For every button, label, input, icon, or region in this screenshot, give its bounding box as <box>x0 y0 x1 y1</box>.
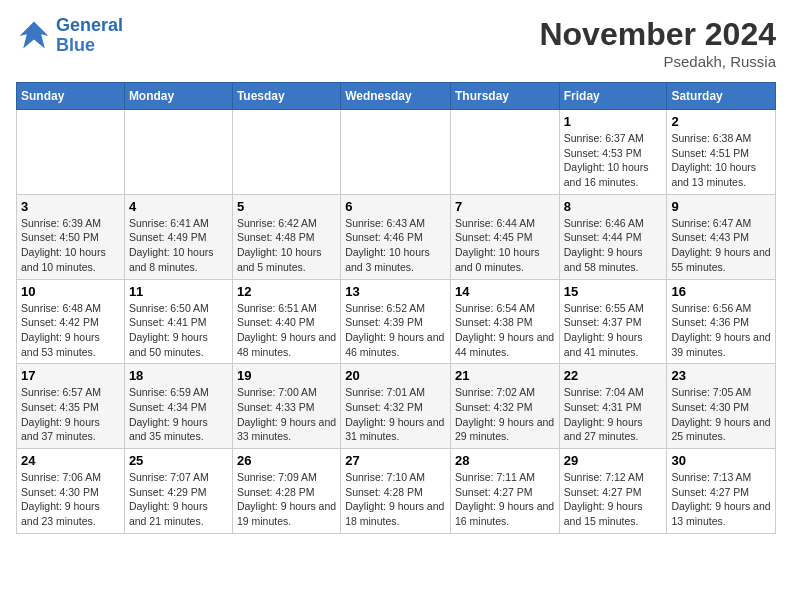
logo-line2: Blue <box>56 35 95 55</box>
day-number: 25 <box>129 453 228 468</box>
day-number: 11 <box>129 284 228 299</box>
day-cell: 20Sunrise: 7:01 AM Sunset: 4:32 PM Dayli… <box>341 364 451 449</box>
weekday-header-row: SundayMondayTuesdayWednesdayThursdayFrid… <box>17 83 776 110</box>
day-number: 5 <box>237 199 336 214</box>
day-info: Sunrise: 6:48 AM Sunset: 4:42 PM Dayligh… <box>21 301 120 360</box>
day-info: Sunrise: 7:10 AM Sunset: 4:28 PM Dayligh… <box>345 470 446 529</box>
day-number: 27 <box>345 453 446 468</box>
day-number: 12 <box>237 284 336 299</box>
day-cell: 3Sunrise: 6:39 AM Sunset: 4:50 PM Daylig… <box>17 194 125 279</box>
day-info: Sunrise: 6:38 AM Sunset: 4:51 PM Dayligh… <box>671 131 771 190</box>
day-info: Sunrise: 6:46 AM Sunset: 4:44 PM Dayligh… <box>564 216 663 275</box>
day-cell: 19Sunrise: 7:00 AM Sunset: 4:33 PM Dayli… <box>232 364 340 449</box>
day-cell: 13Sunrise: 6:52 AM Sunset: 4:39 PM Dayli… <box>341 279 451 364</box>
week-row-1: 1Sunrise: 6:37 AM Sunset: 4:53 PM Daylig… <box>17 110 776 195</box>
day-info: Sunrise: 7:11 AM Sunset: 4:27 PM Dayligh… <box>455 470 555 529</box>
day-info: Sunrise: 6:57 AM Sunset: 4:35 PM Dayligh… <box>21 385 120 444</box>
day-info: Sunrise: 6:51 AM Sunset: 4:40 PM Dayligh… <box>237 301 336 360</box>
day-cell: 29Sunrise: 7:12 AM Sunset: 4:27 PM Dayli… <box>559 449 667 534</box>
calendar-body: 1Sunrise: 6:37 AM Sunset: 4:53 PM Daylig… <box>17 110 776 534</box>
day-cell: 8Sunrise: 6:46 AM Sunset: 4:44 PM Daylig… <box>559 194 667 279</box>
day-cell <box>232 110 340 195</box>
day-cell: 17Sunrise: 6:57 AM Sunset: 4:35 PM Dayli… <box>17 364 125 449</box>
day-info: Sunrise: 7:05 AM Sunset: 4:30 PM Dayligh… <box>671 385 771 444</box>
day-info: Sunrise: 6:50 AM Sunset: 4:41 PM Dayligh… <box>129 301 228 360</box>
day-cell: 1Sunrise: 6:37 AM Sunset: 4:53 PM Daylig… <box>559 110 667 195</box>
page-header: General Blue November 2024 Psedakh, Russ… <box>16 16 776 70</box>
day-cell <box>450 110 559 195</box>
weekday-header-saturday: Saturday <box>667 83 776 110</box>
calendar-header: SundayMondayTuesdayWednesdayThursdayFrid… <box>17 83 776 110</box>
day-cell: 28Sunrise: 7:11 AM Sunset: 4:27 PM Dayli… <box>450 449 559 534</box>
day-cell: 11Sunrise: 6:50 AM Sunset: 4:41 PM Dayli… <box>124 279 232 364</box>
week-row-5: 24Sunrise: 7:06 AM Sunset: 4:30 PM Dayli… <box>17 449 776 534</box>
day-number: 3 <box>21 199 120 214</box>
day-info: Sunrise: 7:13 AM Sunset: 4:27 PM Dayligh… <box>671 470 771 529</box>
day-cell: 5Sunrise: 6:42 AM Sunset: 4:48 PM Daylig… <box>232 194 340 279</box>
day-number: 13 <box>345 284 446 299</box>
day-info: Sunrise: 6:44 AM Sunset: 4:45 PM Dayligh… <box>455 216 555 275</box>
day-cell <box>341 110 451 195</box>
day-info: Sunrise: 7:02 AM Sunset: 4:32 PM Dayligh… <box>455 385 555 444</box>
day-number: 6 <box>345 199 446 214</box>
day-info: Sunrise: 6:39 AM Sunset: 4:50 PM Dayligh… <box>21 216 120 275</box>
day-number: 7 <box>455 199 555 214</box>
day-cell <box>124 110 232 195</box>
day-cell: 21Sunrise: 7:02 AM Sunset: 4:32 PM Dayli… <box>450 364 559 449</box>
day-info: Sunrise: 7:12 AM Sunset: 4:27 PM Dayligh… <box>564 470 663 529</box>
day-cell: 14Sunrise: 6:54 AM Sunset: 4:38 PM Dayli… <box>450 279 559 364</box>
day-cell: 7Sunrise: 6:44 AM Sunset: 4:45 PM Daylig… <box>450 194 559 279</box>
day-cell: 6Sunrise: 6:43 AM Sunset: 4:46 PM Daylig… <box>341 194 451 279</box>
day-cell: 4Sunrise: 6:41 AM Sunset: 4:49 PM Daylig… <box>124 194 232 279</box>
day-cell: 27Sunrise: 7:10 AM Sunset: 4:28 PM Dayli… <box>341 449 451 534</box>
weekday-header-friday: Friday <box>559 83 667 110</box>
day-number: 8 <box>564 199 663 214</box>
day-cell <box>17 110 125 195</box>
day-number: 18 <box>129 368 228 383</box>
logo-icon <box>16 18 52 54</box>
day-number: 20 <box>345 368 446 383</box>
day-number: 17 <box>21 368 120 383</box>
day-info: Sunrise: 7:01 AM Sunset: 4:32 PM Dayligh… <box>345 385 446 444</box>
day-info: Sunrise: 7:07 AM Sunset: 4:29 PM Dayligh… <box>129 470 228 529</box>
day-number: 16 <box>671 284 771 299</box>
day-cell: 30Sunrise: 7:13 AM Sunset: 4:27 PM Dayli… <box>667 449 776 534</box>
weekday-header-wednesday: Wednesday <box>341 83 451 110</box>
weekday-header-monday: Monday <box>124 83 232 110</box>
day-number: 1 <box>564 114 663 129</box>
day-number: 19 <box>237 368 336 383</box>
weekday-header-tuesday: Tuesday <box>232 83 340 110</box>
day-cell: 16Sunrise: 6:56 AM Sunset: 4:36 PM Dayli… <box>667 279 776 364</box>
day-info: Sunrise: 6:37 AM Sunset: 4:53 PM Dayligh… <box>564 131 663 190</box>
day-info: Sunrise: 6:47 AM Sunset: 4:43 PM Dayligh… <box>671 216 771 275</box>
weekday-header-thursday: Thursday <box>450 83 559 110</box>
day-number: 15 <box>564 284 663 299</box>
day-info: Sunrise: 7:06 AM Sunset: 4:30 PM Dayligh… <box>21 470 120 529</box>
calendar-table: SundayMondayTuesdayWednesdayThursdayFrid… <box>16 82 776 534</box>
day-info: Sunrise: 6:54 AM Sunset: 4:38 PM Dayligh… <box>455 301 555 360</box>
weekday-header-sunday: Sunday <box>17 83 125 110</box>
week-row-4: 17Sunrise: 6:57 AM Sunset: 4:35 PM Dayli… <box>17 364 776 449</box>
week-row-3: 10Sunrise: 6:48 AM Sunset: 4:42 PM Dayli… <box>17 279 776 364</box>
day-cell: 26Sunrise: 7:09 AM Sunset: 4:28 PM Dayli… <box>232 449 340 534</box>
location-subtitle: Psedakh, Russia <box>539 53 776 70</box>
day-cell: 12Sunrise: 6:51 AM Sunset: 4:40 PM Dayli… <box>232 279 340 364</box>
day-number: 22 <box>564 368 663 383</box>
day-number: 24 <box>21 453 120 468</box>
day-info: Sunrise: 7:00 AM Sunset: 4:33 PM Dayligh… <box>237 385 336 444</box>
logo-line1: General <box>56 15 123 35</box>
logo: General Blue <box>16 16 123 56</box>
day-number: 4 <box>129 199 228 214</box>
day-number: 9 <box>671 199 771 214</box>
logo-text: General Blue <box>56 16 123 56</box>
day-info: Sunrise: 7:09 AM Sunset: 4:28 PM Dayligh… <box>237 470 336 529</box>
day-number: 26 <box>237 453 336 468</box>
day-info: Sunrise: 6:52 AM Sunset: 4:39 PM Dayligh… <box>345 301 446 360</box>
svg-marker-0 <box>20 21 49 48</box>
day-info: Sunrise: 6:43 AM Sunset: 4:46 PM Dayligh… <box>345 216 446 275</box>
day-info: Sunrise: 6:59 AM Sunset: 4:34 PM Dayligh… <box>129 385 228 444</box>
day-cell: 10Sunrise: 6:48 AM Sunset: 4:42 PM Dayli… <box>17 279 125 364</box>
day-cell: 9Sunrise: 6:47 AM Sunset: 4:43 PM Daylig… <box>667 194 776 279</box>
day-cell: 23Sunrise: 7:05 AM Sunset: 4:30 PM Dayli… <box>667 364 776 449</box>
day-number: 21 <box>455 368 555 383</box>
